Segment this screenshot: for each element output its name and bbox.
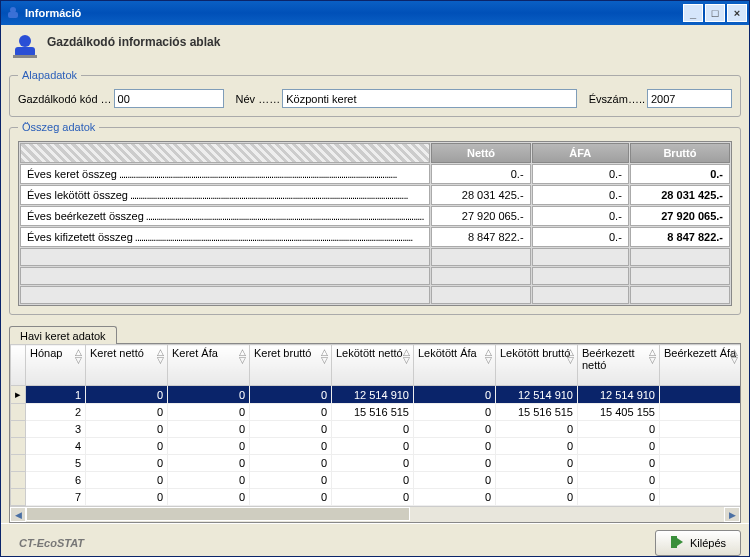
table-row[interactable]: 70000000 <box>11 489 741 506</box>
cell: 6 <box>26 472 86 489</box>
cell: 0 <box>168 386 250 404</box>
cell: 0 <box>168 489 250 506</box>
cell: 0 <box>250 472 332 489</box>
basics-group: Alapadatok Gazdálkodó kód … Név …… Évszá… <box>9 69 741 117</box>
col-keret-afa[interactable]: Keret Áfa△▽ <box>168 345 250 386</box>
cell: 0 <box>250 404 332 421</box>
row-marker <box>11 438 26 455</box>
table-row[interactable]: 60000000 <box>11 472 741 489</box>
minimize-button[interactable]: _ <box>683 4 703 22</box>
app-icon <box>5 5 21 21</box>
brand-text: CT-EcoSTAT <box>9 537 655 549</box>
cell: 0 <box>414 489 496 506</box>
summary-table: Nettó ÁFA Bruttó Éves keret összeg0.-0.-… <box>18 141 732 306</box>
cell: 0 <box>168 438 250 455</box>
cell: 0 <box>250 386 332 404</box>
cell: 0 <box>86 386 168 404</box>
cell: 15 516 515 <box>496 404 578 421</box>
cell: 0 <box>578 472 660 489</box>
col-beerkezett-afa[interactable]: Beérkezett Áfa△▽ <box>660 345 741 386</box>
cell <box>660 386 741 404</box>
cell: 0 <box>86 404 168 421</box>
header: Gazdálkodó informaciós ablak <box>1 25 749 65</box>
cell: 5 <box>26 455 86 472</box>
basics-legend: Alapadatok <box>18 69 81 81</box>
cell: 0 <box>332 455 414 472</box>
cell: 12 514 910 <box>496 386 578 404</box>
col-lekotott-brutto[interactable]: Lekötött bruttó△▽ <box>496 345 578 386</box>
code-label: Gazdálkodó kód … <box>18 93 112 105</box>
svg-point-3 <box>19 35 31 47</box>
col-keret-brutto[interactable]: Keret bruttó△▽ <box>250 345 332 386</box>
summary-corner <box>20 143 430 163</box>
row-marker <box>11 404 26 421</box>
horizontal-scrollbar[interactable]: ◀ ▶ <box>10 506 740 522</box>
cell: 0 <box>168 421 250 438</box>
year-label: Évszám….. <box>589 93 645 105</box>
cell: 0 <box>578 421 660 438</box>
cell: 15 405 155 <box>578 404 660 421</box>
cell: 0 <box>414 421 496 438</box>
code-input[interactable] <box>114 89 224 108</box>
table-row[interactable]: 200015 516 515015 516 51515 405 155 <box>11 404 741 421</box>
svg-rect-4 <box>13 55 37 58</box>
row-marker: ▸ <box>11 386 26 404</box>
col-keret-netto[interactable]: Keret nettó△▽ <box>86 345 168 386</box>
row-marker <box>11 489 26 506</box>
row-marker-header <box>11 345 26 386</box>
scroll-left-icon[interactable]: ◀ <box>10 507 26 522</box>
exit-button[interactable]: Kilépés <box>655 530 741 556</box>
table-row[interactable]: 50000000 <box>11 455 741 472</box>
cell: 4 <box>26 438 86 455</box>
table-row[interactable]: 40000000 <box>11 438 741 455</box>
summary-legend: Összeg adatok <box>18 121 99 133</box>
cell: 0 <box>496 421 578 438</box>
name-input[interactable] <box>282 89 577 108</box>
row-marker <box>11 455 26 472</box>
cell <box>660 421 741 438</box>
cell: 12 514 910 <box>332 386 414 404</box>
cell: 0 <box>332 489 414 506</box>
col-beerkezett-netto[interactable]: Beérkezett nettó△▽ <box>578 345 660 386</box>
cell: 0 <box>414 386 496 404</box>
col-honap[interactable]: Hónap△▽ <box>26 345 86 386</box>
scroll-right-icon[interactable]: ▶ <box>724 507 740 522</box>
row-marker <box>11 421 26 438</box>
svg-point-1 <box>10 7 16 13</box>
summary-group: Összeg adatok Nettó ÁFA Bruttó Éves kere… <box>9 121 741 315</box>
cell: 0 <box>496 455 578 472</box>
cell: 0 <box>332 472 414 489</box>
title-bar: Információ _ □ × <box>1 1 749 25</box>
table-row[interactable]: 30000000 <box>11 421 741 438</box>
cell: 0 <box>86 472 168 489</box>
col-afa: ÁFA <box>532 143 629 163</box>
name-label: Név …… <box>236 93 281 105</box>
col-brutto: Bruttó <box>630 143 730 163</box>
table-row[interactable]: ▸100012 514 910012 514 91012 514 910 <box>11 386 741 404</box>
cell: 0 <box>414 404 496 421</box>
tab-monthly[interactable]: Havi keret adatok <box>9 326 117 344</box>
cell: 0 <box>578 438 660 455</box>
col-netto: Nettó <box>431 143 530 163</box>
cell: 0 <box>578 489 660 506</box>
cell: 0 <box>578 455 660 472</box>
cell: 0 <box>332 438 414 455</box>
grid-header: Hónap△▽ Keret nettó△▽ Keret Áfa△▽ Keret … <box>11 345 741 386</box>
col-lekotott-netto[interactable]: Lekötött nettó△▽ <box>332 345 414 386</box>
cell: 0 <box>250 421 332 438</box>
footer: CT-EcoSTAT Kilépés <box>1 523 749 557</box>
col-lekotott-afa[interactable]: Lekötött Áfa△▽ <box>414 345 496 386</box>
cell: 0 <box>86 489 168 506</box>
cell: 0 <box>332 421 414 438</box>
maximize-button[interactable]: □ <box>705 4 725 22</box>
year-input[interactable] <box>647 89 732 108</box>
scroll-thumb[interactable] <box>26 507 410 521</box>
cell: 0 <box>86 421 168 438</box>
cell: 0 <box>168 472 250 489</box>
close-button[interactable]: × <box>727 4 747 22</box>
cell: 0 <box>414 455 496 472</box>
cell: 7 <box>26 489 86 506</box>
cell: 0 <box>250 438 332 455</box>
svg-rect-5 <box>671 536 677 548</box>
cell <box>660 438 741 455</box>
